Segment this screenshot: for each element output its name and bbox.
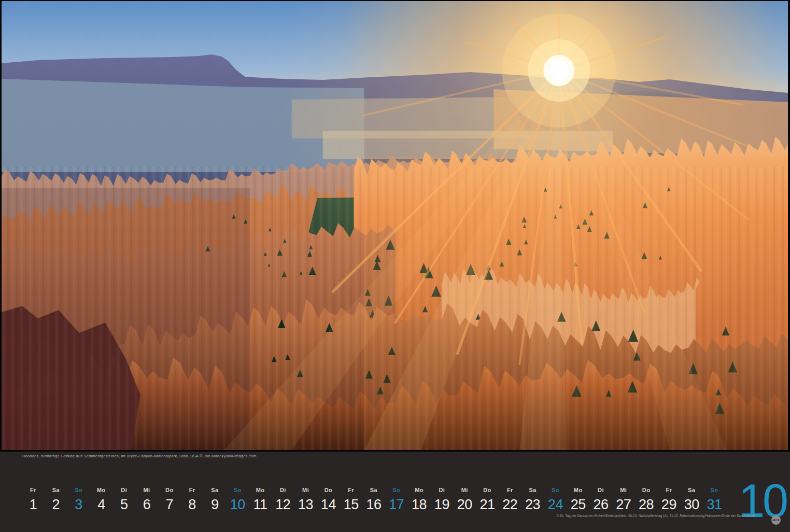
heye-logo: HEYE <box>771 515 781 525</box>
holidays-note: 3.10. Tag der Deutschen Einheit/Erntedan… <box>557 514 774 517</box>
calendar-page: Hoodoos, turmartige Gebilde aus Sediment… <box>0 0 790 532</box>
date-number: 31 <box>696 497 732 513</box>
weekday-label: So <box>696 487 732 493</box>
heye-logo-label: HEYE <box>772 519 779 522</box>
calendar-strip: Fr 1 Sa 2 So 3 Mo 4 Di 5 Mi 6 Do 7 Fr 8 … <box>0 0 790 532</box>
calendar-day-31: So 31 <box>696 487 732 513</box>
